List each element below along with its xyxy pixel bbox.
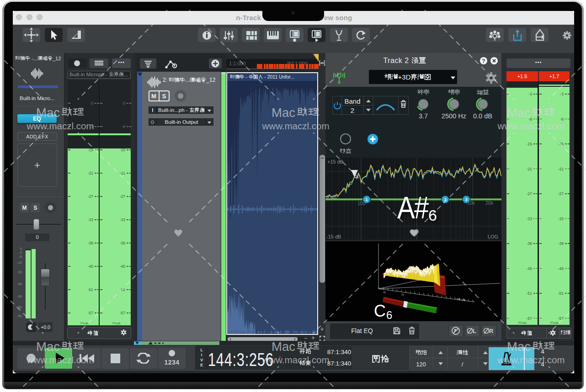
svg-text:20: 20 [383, 291, 386, 294]
svg-text:1k: 1k [401, 293, 405, 296]
svg-text:2: 2 [444, 197, 446, 202]
svg-text:10k 20k: 10k 20k [456, 297, 467, 302]
